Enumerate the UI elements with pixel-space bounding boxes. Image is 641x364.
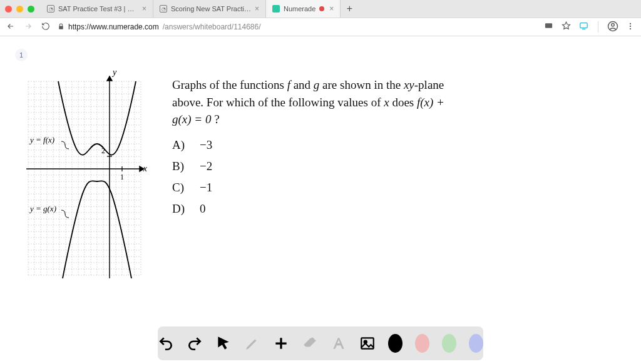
lock-icon	[58, 23, 64, 31]
answer-c[interactable]: C)−1	[172, 181, 622, 195]
bookmark-star-icon[interactable]	[560, 21, 572, 33]
pencil-icon	[244, 335, 260, 351]
answer-value: −2	[200, 159, 212, 173]
answer-label: C)	[172, 181, 188, 195]
pointer-icon	[215, 335, 232, 351]
url-host: https://www.numerade.com	[68, 23, 159, 31]
titlebar: ◔ SAT Practice Test #3 | SAT Su × ◔ Scor…	[0, 0, 641, 18]
answers-list: A)−3 B)−2 C)−1 D) 0	[172, 138, 622, 216]
collegeboard-icon: ◔	[47, 5, 54, 13]
answer-label: B)	[172, 159, 188, 173]
arrow-right-icon	[24, 22, 33, 31]
address-field[interactable]: https://www.numerade.com/answers/whitebo…	[58, 23, 536, 31]
eraser-icon	[302, 335, 318, 351]
tab-title: Scoring New SAT Practice Tes	[171, 5, 251, 13]
x-tick-1: 1	[120, 173, 124, 181]
close-icon[interactable]: ×	[255, 4, 259, 13]
g-label: y = g(x)	[29, 204, 56, 213]
reload-button[interactable]	[40, 22, 51, 33]
question-block: Graphs of the functions f and g are show…	[172, 69, 622, 284]
answer-label: A)	[172, 138, 188, 152]
page-content: 1	[0, 36, 641, 364]
tab-title: SAT Practice Test #3 | SAT Su	[58, 5, 138, 13]
forward-button[interactable]	[23, 22, 34, 33]
undo-button[interactable]	[158, 334, 174, 353]
image-icon	[359, 335, 376, 351]
cast-icon[interactable]	[578, 21, 589, 33]
svg-point-4	[630, 23, 631, 24]
arrow-left-icon	[6, 22, 15, 31]
step-number: 1	[19, 51, 23, 59]
svg-rect-1	[580, 23, 587, 28]
presenter-icon[interactable]	[543, 21, 554, 33]
close-icon[interactable]: ×	[142, 4, 146, 13]
pointer-button[interactable]	[215, 334, 232, 353]
tab-numerade[interactable]: Numerade ×	[266, 0, 341, 18]
separator	[598, 21, 598, 33]
figure: 1 2 y x	[19, 69, 147, 284]
answer-d[interactable]: D) 0	[172, 202, 622, 216]
close-icon[interactable]: ×	[329, 4, 334, 13]
svg-marker-61	[107, 76, 112, 81]
tab-title: Numerade	[284, 5, 315, 13]
tab-strip: ◔ SAT Practice Test #3 | SAT Su × ◔ Scor…	[41, 0, 636, 18]
whiteboard-toolbar	[158, 326, 483, 360]
answer-value: −1	[200, 181, 212, 195]
y-axis-label: y	[111, 69, 117, 77]
reload-icon	[41, 22, 50, 31]
new-tab-button[interactable]: +	[341, 0, 358, 18]
f-label: y = f(x)	[29, 135, 54, 144]
color-red[interactable]	[415, 334, 429, 353]
window-minimize-button[interactable]	[16, 6, 23, 13]
text-icon	[331, 335, 347, 351]
color-blue[interactable]	[469, 334, 483, 353]
svg-rect-0	[545, 23, 551, 28]
collegeboard-icon: ◔	[160, 5, 167, 13]
window-close-button[interactable]	[5, 6, 12, 13]
numerade-icon	[272, 5, 280, 13]
redo-icon	[187, 335, 203, 351]
pen-button[interactable]	[244, 334, 260, 353]
profile-avatar-icon[interactable]	[607, 21, 618, 34]
svg-point-3	[612, 23, 615, 26]
step-badge[interactable]: 1	[15, 49, 28, 61]
answer-value: −3	[200, 138, 212, 152]
graph-svg: 1 2 y x	[19, 69, 147, 281]
answer-a[interactable]: A)−3	[172, 138, 622, 152]
tab-scoring-sat[interactable]: ◔ Scoring New SAT Practice Tes ×	[153, 0, 266, 18]
svg-rect-64	[361, 338, 374, 348]
url-bar: https://www.numerade.com/answers/whitebo…	[0, 18, 641, 36]
answer-label: D)	[172, 202, 188, 216]
kebab-menu-icon[interactable]	[625, 22, 636, 33]
plus-icon	[273, 335, 289, 351]
url-path: /answers/whiteboard/114686/	[163, 23, 261, 31]
image-button[interactable]	[359, 334, 376, 353]
recording-indicator-icon	[319, 6, 324, 11]
redo-button[interactable]	[187, 334, 203, 353]
tab-sat-practice-test[interactable]: ◔ SAT Practice Test #3 | SAT Su ×	[41, 0, 153, 18]
add-button[interactable]	[273, 334, 289, 353]
window-zoom-button[interactable]	[28, 6, 34, 13]
undo-icon	[158, 335, 174, 351]
answer-value: 0	[200, 202, 206, 216]
traffic-lights	[5, 6, 34, 13]
answer-b[interactable]: B)−2	[172, 159, 622, 173]
back-button[interactable]	[5, 22, 16, 33]
question-text: Graphs of the functions f and g are show…	[172, 76, 448, 128]
svg-point-6	[630, 28, 631, 29]
content-row: 1 2 y x	[19, 69, 622, 284]
color-black[interactable]	[388, 334, 403, 353]
eraser-button[interactable]	[302, 334, 318, 353]
x-axis-label: x	[143, 164, 147, 173]
color-green[interactable]	[442, 334, 456, 353]
svg-point-5	[630, 25, 631, 26]
text-button[interactable]	[331, 334, 347, 353]
